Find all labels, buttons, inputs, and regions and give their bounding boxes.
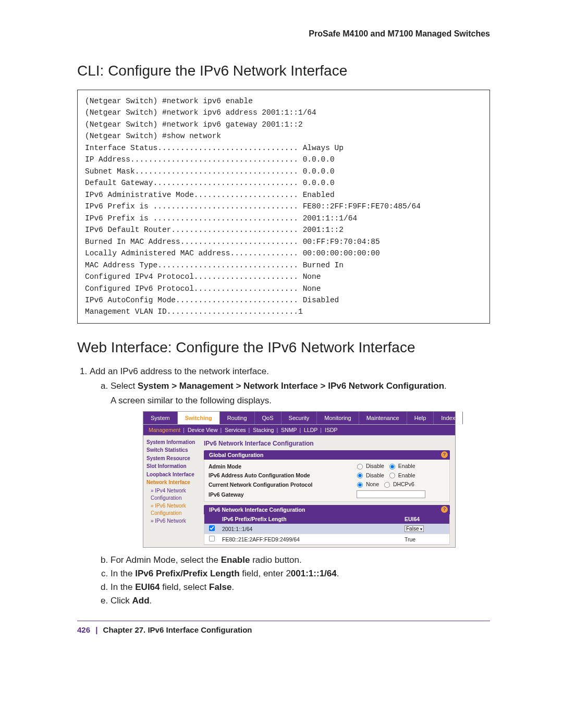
s1c-mid: field, enter 2 — [240, 569, 291, 578]
lbl-disable2: Disable — [366, 472, 384, 478]
col-check — [204, 514, 219, 524]
s1a-pre: Select — [111, 381, 138, 391]
s1a-post: . — [444, 381, 447, 391]
tab-system[interactable]: System — [143, 412, 178, 424]
sb-system-resource[interactable]: System Resource — [146, 455, 197, 463]
col-eui64: EUI64 — [401, 514, 449, 524]
sb-system-information[interactable]: System Information — [146, 439, 197, 447]
auto-config-label: IPv6 Address Auto Configuration Mode — [209, 472, 357, 478]
row2-checkbox[interactable] — [209, 536, 214, 541]
global-config-title: Global Configuration — [209, 452, 263, 458]
ipv6-table-wrap: IPv6 Prefix/Prefix Length EUI64 2001:1::… — [204, 514, 450, 545]
s1d-post: . — [232, 582, 235, 592]
sb-ipv6-network-config[interactable]: IPv6 Network Configuration — [146, 502, 197, 517]
ipv6-table: IPv6 Prefix/Prefix Length EUI64 2001:1::… — [204, 514, 449, 545]
subtab-snmp[interactable]: SNMP — [281, 427, 297, 433]
main-panel: IPv6 Network Interface Configuration Glo… — [199, 436, 455, 547]
ipv6-iface-header: IPv6 Network Interface Configuration ? — [204, 505, 450, 514]
subtab-services[interactable]: Services — [225, 427, 246, 433]
gateway-label: IPv6 Gateway — [209, 491, 357, 498]
s1b-bold: Enable — [221, 555, 250, 565]
global-config-body: Admin Mode Disable Enable IPv6 Address A… — [204, 460, 450, 502]
s1c-post: . — [337, 569, 339, 578]
page-number: 426 — [77, 625, 90, 634]
table-row-1[interactable]: 2001:1::1/64 False — [204, 524, 449, 534]
tab-maintenance[interactable]: Maintenance — [359, 412, 407, 424]
s1b-pre: For Admin Mode, select the — [111, 555, 221, 565]
cli-section-heading: CLI: Configure the IPv6 Network Interfac… — [77, 63, 490, 79]
lbl-disable: Disable — [366, 463, 384, 469]
step-1d: In the EUI64 field, select False. — [111, 582, 490, 593]
s1a-line2: A screen similar to the following displa… — [111, 396, 490, 406]
product-line: ProSafe M4100 and M7100 Managed Switches — [77, 29, 490, 39]
protocol-dhcpv6[interactable]: DHCPv6 — [384, 481, 414, 487]
s1b-post: radio button. — [250, 555, 301, 565]
subtab-isdp[interactable]: ISDP — [325, 427, 338, 433]
admin-mode-label: Admin Mode — [209, 463, 357, 470]
step-1e: Click Add. — [111, 596, 490, 606]
tab-monitoring[interactable]: Monitoring — [317, 412, 359, 424]
s1d-pre: In the — [111, 582, 135, 592]
gateway-input[interactable] — [357, 490, 425, 498]
tab-help[interactable]: Help — [407, 412, 434, 424]
auto-config-enable[interactable]: Enable — [389, 472, 415, 478]
panel-title: IPv6 Network Interface Configuration — [204, 440, 450, 447]
step-1: Add an IPv6 address to the network inter… — [90, 366, 490, 606]
ipv6-iface-title: IPv6 Network Interface Configuration — [209, 507, 305, 513]
s1d-b1: EUI64 — [135, 582, 160, 592]
sb-slot-information[interactable]: Slot Information — [146, 463, 197, 471]
tab-index[interactable]: Index — [434, 412, 463, 424]
subtab-management[interactable]: Management — [149, 427, 180, 433]
col-prefix: IPv6 Prefix/Prefix Length — [219, 514, 401, 524]
admin-mode-enable[interactable]: Enable — [389, 463, 415, 469]
sb-ipv6-network[interactable]: IPv6 Network — [146, 517, 197, 525]
row2-prefix: FE80::21E:2AFF:FED9:2499/64 — [219, 534, 401, 545]
embedded-ui: System Switching Routing QoS Security Mo… — [143, 411, 456, 548]
s1e-bold: Add — [132, 596, 150, 606]
subtab-deviceview[interactable]: Device View — [188, 427, 218, 433]
protocol-label: Current Network Configuration Protocol — [209, 482, 357, 488]
step-1c: In the IPv6 Prefix/Prefix Length field, … — [111, 569, 490, 579]
step-1a: Select System > Management > Network Int… — [111, 381, 490, 548]
s1d-b2: False — [209, 582, 231, 592]
lbl-enable: Enable — [398, 463, 415, 469]
cli-output: (Netgear Switch) #network ipv6 enable (N… — [77, 90, 490, 324]
s1d-mid: field, select — [160, 582, 210, 592]
step-1-text: Add an IPv6 address to the network inter… — [90, 366, 269, 376]
sb-ipv4-network-config[interactable]: IPv4 Network Configuration — [146, 487, 197, 502]
row1-checkbox[interactable] — [209, 525, 214, 531]
s1a-bold: System > Management > Network Interface … — [138, 381, 444, 391]
page-footer: 426 | Chapter 27. IPv6 Interface Configu… — [77, 621, 490, 634]
sb-switch-statistics[interactable]: Switch Statistics — [146, 447, 197, 454]
subtab-stacking[interactable]: Stacking — [253, 427, 274, 433]
help-icon-2[interactable]: ? — [441, 506, 448, 513]
s1c-pre: In the — [111, 569, 135, 578]
subtab-lldp[interactable]: LLDP — [304, 427, 317, 433]
chapter-label: Chapter 27. IPv6 Interface Configuration — [103, 625, 252, 634]
tab-qos[interactable]: QoS — [255, 412, 282, 424]
row1-eui-select[interactable]: False — [405, 525, 424, 532]
row2-eui: True — [401, 534, 449, 545]
web-section-heading: Web Interface: Configure the IPv6 Networ… — [77, 339, 490, 356]
sb-network-interface[interactable]: Network Interface — [146, 479, 197, 487]
help-icon[interactable]: ? — [441, 451, 448, 458]
tab-routing[interactable]: Routing — [220, 412, 255, 424]
row1-prefix: 2001:1::1/64 — [219, 524, 401, 534]
table-row-2[interactable]: FE80::21E:2AFF:FED9:2499/64 True — [204, 534, 449, 545]
sidebar: System Information Switch Statistics Sys… — [143, 436, 199, 547]
auto-config-disable[interactable]: Disable — [357, 472, 384, 478]
tab-switching[interactable]: Switching — [178, 412, 220, 424]
step-1b: For Admin Mode, select the Enable radio … — [111, 555, 490, 565]
admin-mode-disable[interactable]: Disable — [357, 463, 384, 469]
lbl-none: None — [366, 481, 379, 487]
global-config-header: Global Configuration ? — [204, 450, 450, 460]
top-tabs: System Switching Routing QoS Security Mo… — [143, 412, 455, 425]
lbl-dhcpv6: DHCPv6 — [393, 481, 414, 487]
s1c-b1: IPv6 Prefix/Prefix Length — [135, 569, 239, 578]
tab-security[interactable]: Security — [282, 412, 317, 424]
sb-loopback-interface[interactable]: Loopback Interface — [146, 471, 197, 479]
s1c-b2: 001:1::1/64 — [291, 569, 337, 578]
s1e-pre: Click — [111, 596, 132, 606]
sub-tabs: Management| Device View| Services| Stack… — [143, 425, 455, 436]
protocol-none[interactable]: None — [357, 481, 379, 487]
